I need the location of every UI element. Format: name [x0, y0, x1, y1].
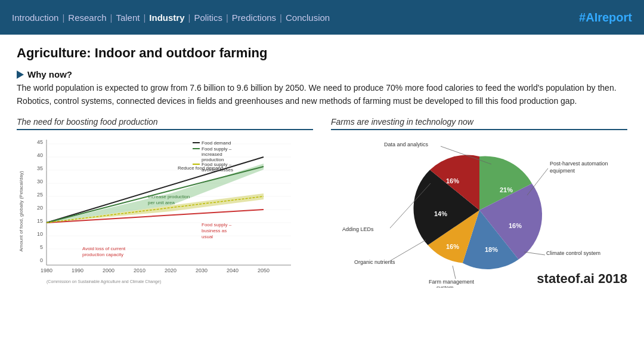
svg-text:10: 10 [37, 231, 43, 237]
svg-text:45: 45 [37, 139, 43, 145]
page-title: Agriculture: Indoor and outdoor farming [17, 45, 627, 61]
nav-item-conclusion[interactable]: Conclusion [286, 13, 330, 23]
triangle-icon [17, 70, 24, 79]
svg-text:Climate control system: Climate control system [546, 250, 600, 256]
svg-text:Food supply –: Food supply – [202, 162, 232, 167]
nav-item-introduction[interactable]: Introduction [12, 13, 58, 23]
charts-row: The need for boosting food production 0 … [17, 117, 627, 289]
svg-text:20: 20 [37, 205, 43, 211]
nav-item-politics[interactable]: Politics [194, 13, 222, 23]
svg-text:40: 40 [37, 152, 43, 158]
line-chart-svg: 0 5 10 15 20 25 30 35 40 45 [17, 134, 303, 286]
svg-text:1990: 1990 [72, 267, 83, 273]
svg-text:16%: 16% [508, 222, 521, 229]
svg-text:production capacity: production capacity [82, 252, 123, 257]
svg-text:system: system [436, 285, 454, 288]
svg-text:Food supply –: Food supply – [202, 146, 232, 152]
svg-text:Post-harvest automation: Post-harvest automation [550, 161, 608, 167]
left-chart-title: The need for boosting food production [17, 117, 313, 130]
hashtag-brand: #AIreport [579, 11, 632, 24]
svg-text:2010: 2010 [134, 267, 145, 273]
svg-text:per unit area: per unit area [148, 200, 175, 205]
svg-text:15: 15 [37, 218, 43, 224]
svg-text:Avoid loss of current: Avoid loss of current [82, 246, 126, 251]
svg-text:Organic nutrients: Organic nutrients [354, 259, 395, 265]
pie-chart-area: 21% 16% 18% 16% 14% 16% Data and analyti… [331, 134, 627, 289]
main-content: Agriculture: Indoor and outdoor farming … [0, 35, 644, 295]
svg-text:(Commission on Sustainable Agr: (Commission on Sustainable Agriculture a… [47, 279, 161, 284]
right-chart-container: Farms are investing in technology now [331, 117, 627, 289]
svg-text:2050: 2050 [258, 267, 270, 273]
line-chart-area: 0 5 10 15 20 25 30 35 40 45 [17, 134, 313, 289]
top-nav-bar: Introduction|Research|Talent|Industry|Po… [0, 0, 644, 35]
nav-links: Introduction|Research|Talent|Industry|Po… [12, 13, 330, 23]
left-chart-container: The need for boosting food production 0 … [17, 117, 313, 289]
svg-text:25: 25 [37, 192, 43, 198]
svg-text:2040: 2040 [227, 267, 239, 273]
svg-rect-50 [193, 164, 200, 165]
svg-text:2020: 2020 [165, 267, 177, 273]
why-now-text: The world population is expected to grow… [17, 82, 625, 107]
svg-text:increased: increased [202, 152, 222, 157]
nav-separator: | [143, 13, 145, 23]
svg-line-65 [524, 252, 545, 255]
svg-text:16%: 16% [445, 177, 459, 184]
right-chart-title: Farms are investing in technology now [331, 117, 627, 130]
svg-text:Food demand: Food demand [202, 140, 231, 146]
svg-text:usual: usual [202, 234, 213, 239]
svg-text:2000: 2000 [103, 267, 114, 273]
why-now-heading: Why now? [17, 69, 627, 79]
svg-text:Adding LEDs: Adding LEDs [342, 226, 374, 232]
why-now-block: Why now? The world population is expecte… [17, 69, 627, 107]
svg-text:0: 0 [40, 257, 43, 263]
svg-text:Food supply –: Food supply – [202, 222, 232, 227]
svg-text:18%: 18% [484, 246, 497, 253]
svg-text:30: 30 [37, 179, 43, 184]
svg-text:14%: 14% [434, 210, 447, 217]
nav-item-predictions[interactable]: Predictions [232, 13, 276, 23]
nav-separator: | [280, 13, 282, 23]
svg-rect-46 [193, 148, 200, 149]
pie-chart-svg: 21% 16% 18% 16% 14% 16% Data and analyti… [336, 136, 623, 288]
why-now-label: Why now? [27, 69, 72, 79]
nav-item-talent[interactable]: Talent [116, 13, 140, 23]
svg-text:Increase production: Increase production [148, 194, 190, 199]
branding-text: stateof.ai 2018 [537, 271, 627, 287]
svg-rect-44 [193, 142, 200, 143]
svg-text:16%: 16% [445, 243, 459, 250]
nav-item-industry[interactable]: Industry [149, 13, 184, 23]
svg-text:5: 5 [40, 244, 43, 250]
svg-text:equipment: equipment [550, 168, 575, 174]
svg-text:Amount of food, globally (Peta: Amount of food, globally (Petacal/day) [18, 171, 24, 252]
svg-text:21%: 21% [499, 186, 512, 193]
nav-item-research[interactable]: Research [68, 13, 106, 23]
svg-text:Data and analytics: Data and analytics [384, 141, 429, 147]
svg-text:1980: 1980 [41, 267, 52, 273]
nav-separator: | [226, 13, 228, 23]
nav-separator: | [62, 13, 64, 23]
svg-text:avoided losses: avoided losses [202, 167, 233, 173]
svg-line-67 [453, 266, 456, 279]
nav-separator: | [110, 13, 113, 23]
svg-text:business as: business as [202, 228, 227, 233]
svg-text:2030: 2030 [196, 267, 208, 273]
svg-line-70 [390, 240, 426, 261]
nav-separator: | [188, 13, 191, 23]
svg-text:35: 35 [37, 165, 43, 171]
svg-text:Farm management: Farm management [429, 279, 475, 285]
